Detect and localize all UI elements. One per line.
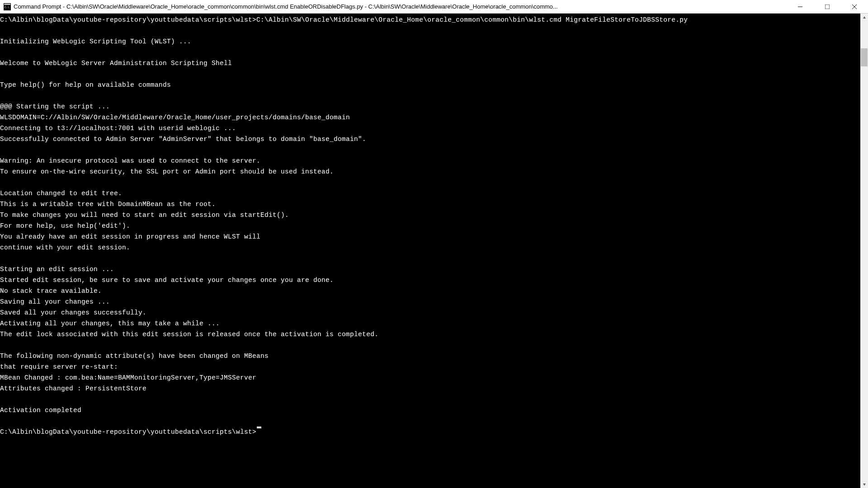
terminal-line [0,394,868,405]
terminal-line [0,416,868,427]
terminal-line: Warning: An insecure protocol was used t… [0,155,868,166]
terminal-line: The following non-dynamic attribute(s) h… [0,351,868,361]
terminal-line: Welcome to WebLogic Server Administratio… [0,58,868,69]
terminal-line: To ensure on-the-wire security, the SSL … [0,166,868,177]
svg-text:C:\: C:\ [5,5,9,9]
terminal-line: MBean Changed : com.bea:Name=BAMMonitori… [0,372,868,383]
terminal-line [0,69,868,80]
svg-marker-7 [863,16,866,19]
terminal-line [0,177,868,188]
vertical-scrollbar[interactable] [860,14,868,488]
terminal-line: To make changes you will need to start a… [0,210,868,221]
terminal-area[interactable]: C:\Albin\blogData\youtube-repository\you… [0,14,868,488]
minimize-button[interactable] [787,0,814,14]
terminal-line [0,47,868,58]
terminal-line: @@@ Starting the script ... [0,101,868,112]
terminal-line [0,25,868,36]
cmd-icon: C:\ [4,3,11,10]
terminal-line: Activation completed [0,405,868,416]
window-controls [787,0,868,13]
terminal-line: You already have an edit session in prog… [0,231,868,242]
terminal-line: Saving all your changes ... [0,296,868,307]
terminal-line: C:\Albin\blogData\youtube-repository\you… [0,14,868,25]
terminal-line: Started edit session, be sure to save an… [0,275,868,286]
terminal-line: No stack trace available. [0,286,868,296]
terminal-line: Attributes changed : PersistentStore [0,383,868,394]
close-button[interactable] [841,0,868,14]
terminal-line: For more help, use help('edit'). [0,221,868,231]
terminal-line: Type help() for help on available comman… [0,80,868,90]
terminal-line: that require server re-start: [0,361,868,372]
terminal-line [0,90,868,101]
terminal-line: Initializing WebLogic Scripting Tool (WL… [0,36,868,47]
terminal-line [0,145,868,155]
terminal-prompt: C:\Albin\blogData\youtube-repository\you… [0,427,256,437]
window-titlebar[interactable]: C:\ Command Prompt - C:\Albin\SW\Oracle\… [0,0,868,14]
terminal-line: WLSDOMAIN=C://Albin/SW/Oracle/Middleware… [0,112,868,123]
svg-rect-1 [4,4,10,5]
window-title: Command Prompt - C:\Albin\SW\Oracle\Midd… [14,3,787,10]
terminal-line: Location changed to edit tree. [0,188,868,199]
maximize-button[interactable] [814,0,841,14]
terminal-line: Starting an edit session ... [0,264,868,275]
terminal-line: This is a writable tree with DomainMBean… [0,199,868,210]
terminal-line: Activating all your changes, this may ta… [0,318,868,329]
svg-rect-4 [825,5,830,9]
terminal-line: Successfully connected to Admin Server "… [0,134,868,145]
scrollbar-thumb[interactable] [861,48,868,66]
terminal-line: Saved all your changes successfully. [0,307,868,318]
terminal-line: The edit lock associated with this edit … [0,329,868,340]
scroll-up-arrow[interactable] [860,14,868,21]
terminal-line: Connecting to t3://localhost:7001 with u… [0,123,868,134]
terminal-prompt-line: C:\Albin\blogData\youtube-repository\you… [0,427,868,437]
terminal-line: continue with your edit session. [0,242,868,253]
svg-marker-8 [863,483,866,486]
terminal-line [0,253,868,264]
scrollbar-track[interactable] [860,21,868,480]
terminal-line [0,340,868,351]
terminal-content: C:\Albin\blogData\youtube-repository\you… [0,14,868,437]
terminal-cursor [257,427,261,428]
scroll-down-arrow[interactable] [860,480,868,488]
